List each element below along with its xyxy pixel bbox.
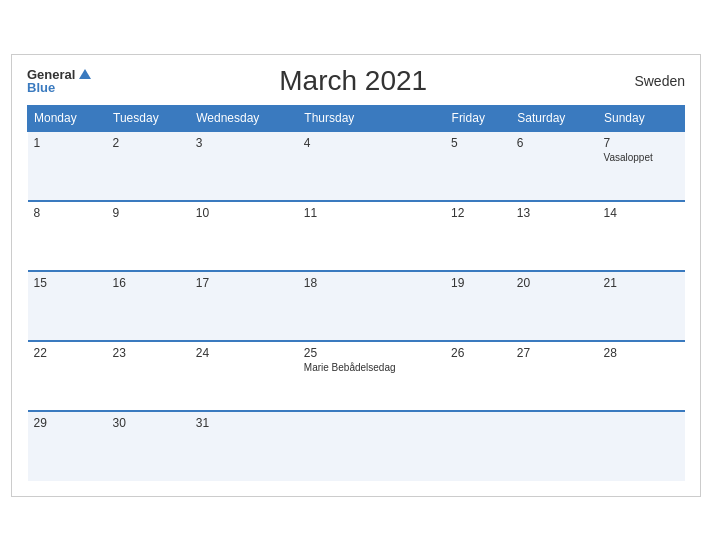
calendar-body: 1234567Vasaloppet89101112131415161718192…	[28, 131, 685, 481]
day-number: 9	[113, 206, 184, 220]
day-cell: 23	[107, 341, 190, 411]
weekday-header-friday: Friday	[445, 105, 511, 131]
day-cell: 22	[28, 341, 107, 411]
day-event: Marie Bebådelsedag	[304, 362, 439, 373]
day-cell: 25Marie Bebådelsedag	[298, 341, 445, 411]
day-cell: 12	[445, 201, 511, 271]
day-number: 17	[196, 276, 292, 290]
day-number: 28	[603, 346, 678, 360]
day-number: 5	[451, 136, 505, 150]
week-row-0: 1234567Vasaloppet	[28, 131, 685, 201]
day-number: 8	[34, 206, 101, 220]
day-cell: 24	[190, 341, 298, 411]
day-number: 1	[34, 136, 101, 150]
day-number: 15	[34, 276, 101, 290]
day-cell: 3	[190, 131, 298, 201]
day-cell: 21	[597, 271, 684, 341]
day-number: 10	[196, 206, 292, 220]
day-cell: 7Vasaloppet	[597, 131, 684, 201]
day-number: 16	[113, 276, 184, 290]
day-cell	[445, 411, 511, 481]
day-cell	[298, 411, 445, 481]
weekday-header-sunday: Sunday	[597, 105, 684, 131]
calendar-container: General Blue March 2021 Sweden MondayTue…	[11, 54, 701, 497]
day-cell: 19	[445, 271, 511, 341]
week-row-3: 22232425Marie Bebådelsedag262728	[28, 341, 685, 411]
day-cell: 31	[190, 411, 298, 481]
weekday-header-thursday: Thursday	[298, 105, 445, 131]
day-cell: 8	[28, 201, 107, 271]
calendar-country: Sweden	[615, 73, 685, 89]
day-cell: 18	[298, 271, 445, 341]
weekday-header-row: MondayTuesdayWednesdayThursdayFridaySatu…	[28, 105, 685, 131]
day-cell: 2	[107, 131, 190, 201]
day-cell: 17	[190, 271, 298, 341]
day-cell	[597, 411, 684, 481]
day-number: 20	[517, 276, 592, 290]
day-cell: 9	[107, 201, 190, 271]
day-number: 23	[113, 346, 184, 360]
day-cell: 13	[511, 201, 598, 271]
day-cell: 16	[107, 271, 190, 341]
day-cell: 28	[597, 341, 684, 411]
day-cell: 20	[511, 271, 598, 341]
week-row-1: 891011121314	[28, 201, 685, 271]
day-number: 21	[603, 276, 678, 290]
logo-blue-text: Blue	[27, 81, 55, 94]
day-number: 2	[113, 136, 184, 150]
day-number: 31	[196, 416, 292, 430]
day-number: 24	[196, 346, 292, 360]
day-number: 26	[451, 346, 505, 360]
day-number: 19	[451, 276, 505, 290]
day-cell: 10	[190, 201, 298, 271]
day-number: 7	[603, 136, 678, 150]
day-number: 29	[34, 416, 101, 430]
logo-general: General	[27, 68, 91, 81]
day-number: 11	[304, 206, 439, 220]
day-cell: 6	[511, 131, 598, 201]
day-number: 22	[34, 346, 101, 360]
calendar-header: General Blue March 2021 Sweden	[27, 65, 685, 97]
day-number: 13	[517, 206, 592, 220]
day-cell: 4	[298, 131, 445, 201]
day-number: 30	[113, 416, 184, 430]
logo-triangle-icon	[79, 69, 91, 79]
week-row-2: 15161718192021	[28, 271, 685, 341]
calendar-header-row: MondayTuesdayWednesdayThursdayFridaySatu…	[28, 105, 685, 131]
day-cell: 26	[445, 341, 511, 411]
day-number: 25	[304, 346, 439, 360]
day-number: 4	[304, 136, 439, 150]
day-event: Vasaloppet	[603, 152, 678, 163]
weekday-header-tuesday: Tuesday	[107, 105, 190, 131]
day-number: 18	[304, 276, 439, 290]
week-row-4: 293031	[28, 411, 685, 481]
weekday-header-wednesday: Wednesday	[190, 105, 298, 131]
day-cell: 30	[107, 411, 190, 481]
day-number: 3	[196, 136, 292, 150]
day-cell: 15	[28, 271, 107, 341]
weekday-header-monday: Monday	[28, 105, 107, 131]
day-cell: 11	[298, 201, 445, 271]
day-cell: 5	[445, 131, 511, 201]
logo: General Blue	[27, 68, 91, 94]
logo-general-text: General	[27, 68, 75, 81]
day-cell: 14	[597, 201, 684, 271]
day-number: 6	[517, 136, 592, 150]
day-number: 27	[517, 346, 592, 360]
day-number: 12	[451, 206, 505, 220]
weekday-header-saturday: Saturday	[511, 105, 598, 131]
day-cell	[511, 411, 598, 481]
day-number: 14	[603, 206, 678, 220]
day-cell: 27	[511, 341, 598, 411]
day-cell: 29	[28, 411, 107, 481]
day-cell: 1	[28, 131, 107, 201]
calendar-title: March 2021	[91, 65, 615, 97]
calendar-grid: MondayTuesdayWednesdayThursdayFridaySatu…	[27, 105, 685, 481]
